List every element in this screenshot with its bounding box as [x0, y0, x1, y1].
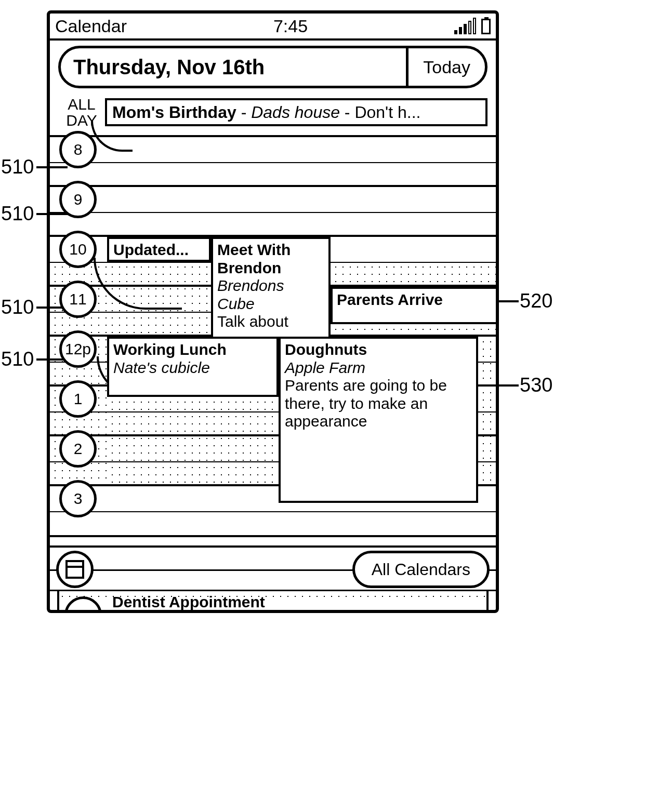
hour-marker: 10 [59, 231, 97, 268]
hour-marker: 3 [59, 480, 97, 517]
event-dentist[interactable]: Dentist Appointment [112, 593, 265, 611]
date-label: Thursday, Nov 16th [61, 56, 406, 79]
hour-marker: 2 [59, 430, 97, 468]
event-parents-arrive[interactable]: Parents Arrive [331, 287, 496, 324]
date-selector[interactable]: Thursday, Nov 16th Today [58, 46, 487, 88]
annotation-510: 510 [1, 203, 34, 225]
app-title: Calendar [55, 16, 127, 36]
busy-zone [331, 262, 496, 287]
phone-frame: Calendar 7:45 Thursday, Nov 16th Today A… [47, 10, 499, 613]
annotation-510: 510 [1, 296, 34, 318]
hour-marker: 8 [59, 131, 97, 168]
battery-icon [481, 19, 491, 34]
status-icons [454, 18, 491, 34]
status-bar: Calendar 7:45 [50, 14, 496, 41]
event-updated[interactable]: Updated... [107, 237, 211, 262]
event-working-lunch[interactable]: Working Lunch Nate's cubicle [107, 337, 279, 397]
signal-icon [454, 18, 476, 34]
annotation-510: 510 [1, 156, 34, 178]
event-doughnuts[interactable]: Doughnuts Apple Farm Parents are going t… [279, 337, 478, 503]
calendar-button[interactable] [56, 551, 94, 588]
hour-marker: 11 [59, 281, 97, 318]
clock: 7:45 [127, 16, 454, 36]
footer-bar: All Calendars Dentist Appointment [50, 545, 496, 610]
hour-marker: 1 [59, 380, 97, 418]
annotation-520: 520 [520, 290, 552, 312]
busy-zone [107, 397, 279, 486]
busy-zone [331, 324, 496, 337]
calendar-icon [65, 560, 84, 579]
all-day-event[interactable]: Mom's Birthday - Dads house - Don't h... [105, 98, 487, 126]
annotation-530: 530 [520, 374, 552, 396]
hour-marker: 9 [59, 181, 97, 218]
annotation-510: 510 [1, 348, 34, 370]
all-calendars-button[interactable]: All Calendars [352, 551, 490, 588]
hour-marker: 12p [59, 330, 97, 368]
busy-zone [478, 337, 496, 486]
today-button[interactable]: Today [406, 48, 485, 86]
hour-grid[interactable]: Updated... Meet With Brendon Brendons Cu… [50, 135, 496, 535]
